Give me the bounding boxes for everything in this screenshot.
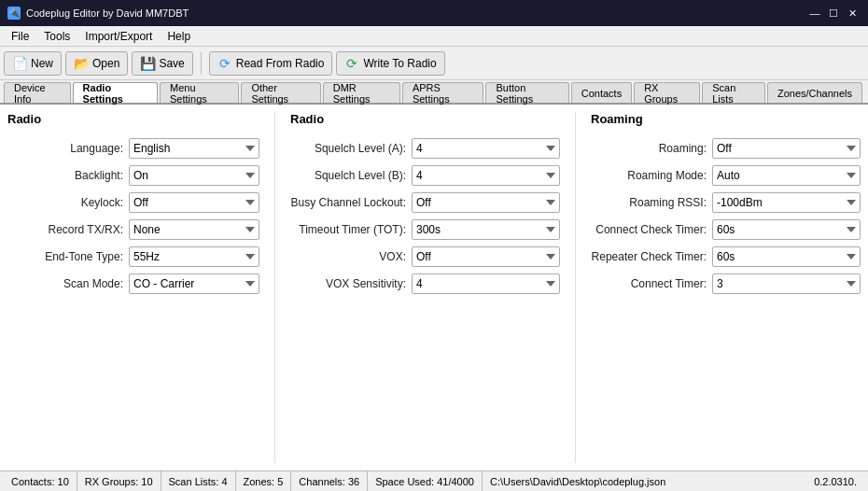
busy-lockout-select[interactable]: OffOn [412, 192, 560, 213]
record-label: Record TX/RX: [7, 223, 129, 236]
squelch-a-row: Squelch Level (A): 12345 [290, 137, 560, 160]
read-icon: ⟳ [217, 56, 232, 71]
squelch-a-select[interactable]: 12345 [412, 138, 560, 159]
roaming-rssi-label: Roaming RSSI: [591, 196, 712, 209]
panels-container: Radio Language: English Backlight: OnOff… [0, 105, 868, 470]
tab-radio-settings[interactable]: Radio Settings [73, 82, 158, 103]
scanmode-row: Scan Mode: CO - Carrier [7, 273, 259, 295]
save-button[interactable]: 💾 Save [132, 51, 192, 76]
tab-zones-channels[interactable]: Zones/Channels [767, 82, 862, 103]
tab-bar: Device Info Radio Settings Menu Settings… [0, 80, 868, 105]
roaming-mode-label: Roaming Mode: [591, 169, 712, 182]
repeater-check-select[interactable]: 30s60s120s [712, 246, 861, 267]
panel-roaming: Roaming Roaming: OffOn Roaming Mode: Aut… [591, 112, 861, 463]
language-label: Language: [7, 142, 129, 155]
roaming-rssi-select[interactable]: -100dBm-90dBm-80dBm [712, 192, 861, 213]
status-version: 0.2.0310. [806, 471, 864, 491]
tab-device-info[interactable]: Device Info [4, 82, 71, 103]
menu-bar: File Tools Import/Export Help [0, 26, 868, 47]
busy-lockout-row: Busy Channel Lockout: OffOn [290, 191, 560, 214]
tab-contacts[interactable]: Contacts [571, 82, 632, 103]
language-row: Language: English [7, 137, 259, 160]
status-scan-lists: Scan Lists: 4 [161, 471, 236, 491]
connect-check-label: Connect Check Timer: [591, 223, 712, 236]
new-button[interactable]: 📄 New [4, 51, 62, 76]
status-space-used: Space Used: 41/4000 [368, 471, 483, 491]
app-icon: 🔌 [7, 7, 21, 20]
new-icon: 📄 [12, 56, 27, 71]
open-button[interactable]: 📂 Open [65, 51, 128, 76]
tot-select[interactable]: Off15s30s60s120s300s [412, 219, 560, 240]
connect-check-select[interactable]: 30s60s120s [712, 219, 861, 240]
panel-radio-middle-title: Radio [290, 112, 560, 130]
tab-dmr-settings[interactable]: DMR Settings [323, 82, 400, 103]
connect-check-row: Connect Check Timer: 30s60s120s [591, 218, 861, 241]
roaming-select[interactable]: OffOn [712, 138, 861, 159]
window-controls: — ☐ ✕ [806, 5, 861, 21]
repeater-check-label: Repeater Check Timer: [591, 250, 712, 263]
language-select[interactable]: English [129, 138, 259, 159]
squelch-a-label: Squelch Level (A): [290, 142, 412, 155]
status-rx-groups: RX Groups: 10 [77, 471, 161, 491]
toolbar-separator [201, 52, 202, 75]
tab-aprs-settings[interactable]: APRS Settings [402, 82, 484, 103]
read-label: Read From Radio [236, 57, 325, 70]
endtone-select[interactable]: 55Hz [129, 246, 259, 267]
close-button[interactable]: ✕ [844, 5, 861, 21]
squelch-b-row: Squelch Level (B): 12345 [290, 164, 560, 187]
connect-timer-label: Connect Timer: [591, 277, 712, 290]
connect-timer-select[interactable]: 12345 [712, 274, 861, 294]
divider-2 [575, 112, 576, 463]
app-title: Codeplug Editor by David MM7DBT [26, 7, 189, 19]
menu-help[interactable]: Help [160, 28, 198, 45]
tab-menu-settings[interactable]: Menu Settings [160, 82, 239, 103]
vox-sens-select[interactable]: 12345 [412, 274, 560, 294]
status-contacts: Contacts: 10 [4, 471, 77, 491]
menu-tools[interactable]: Tools [36, 28, 77, 45]
menu-import-export[interactable]: Import/Export [77, 28, 160, 45]
maximize-button[interactable]: ☐ [825, 5, 842, 21]
save-label: Save [159, 57, 184, 70]
vox-sens-label: VOX Sensitivity: [290, 277, 412, 290]
vox-label: VOX: [290, 250, 412, 263]
tab-rx-groups[interactable]: RX Groups [634, 82, 700, 103]
squelch-b-label: Squelch Level (B): [290, 169, 412, 182]
write-label: Write To Radio [363, 57, 436, 70]
read-from-radio-button[interactable]: ⟳ Read From Radio [209, 51, 333, 76]
connect-timer-row: Connect Timer: 12345 [591, 273, 861, 295]
roaming-label: Roaming: [591, 142, 712, 155]
open-icon: 📂 [74, 56, 89, 71]
squelch-b-select[interactable]: 12345 [412, 165, 560, 186]
endtone-row: End-Tone Type: 55Hz [7, 246, 259, 268]
vox-sens-row: VOX Sensitivity: 12345 [290, 273, 560, 295]
tot-row: Timeout Timer (TOT): Off15s30s60s120s300… [290, 218, 560, 241]
status-path: C:\Users\David\Desktop\codeplug.json [483, 476, 806, 487]
keylock-select[interactable]: OffOn [129, 192, 259, 213]
panel-roaming-title: Roaming [591, 112, 861, 130]
minimize-button[interactable]: — [806, 5, 823, 21]
tab-button-settings[interactable]: Button Settings [485, 82, 568, 103]
tot-label: Timeout Timer (TOT): [290, 223, 412, 236]
endtone-label: End-Tone Type: [7, 250, 129, 263]
status-channels: Channels: 36 [291, 471, 368, 491]
roaming-mode-row: Roaming Mode: AutoManual [591, 164, 861, 187]
status-bar: Contacts: 10 RX Groups: 10 Scan Lists: 4… [0, 470, 868, 491]
backlight-row: Backlight: OnOff [7, 164, 259, 187]
vox-select[interactable]: OffOn [412, 246, 560, 267]
tab-other-settings[interactable]: Other Settings [241, 82, 320, 103]
menu-file[interactable]: File [4, 28, 36, 45]
save-icon: 💾 [140, 56, 155, 71]
panel-radio-left-title: Radio [7, 112, 259, 130]
roaming-mode-select[interactable]: AutoManual [712, 165, 861, 186]
backlight-select[interactable]: OnOff [129, 165, 259, 186]
keylock-label: Keylock: [7, 196, 129, 209]
panel-radio-left: Radio Language: English Backlight: OnOff… [7, 112, 259, 463]
vox-row: VOX: OffOn [290, 246, 560, 268]
scanmode-select[interactable]: CO - Carrier [129, 274, 259, 294]
tab-scan-lists[interactable]: Scan Lists [702, 82, 765, 103]
write-to-radio-button[interactable]: ⟳ Write To Radio [336, 51, 444, 76]
new-label: New [31, 57, 53, 70]
toolbar: 📄 New 📂 Open 💾 Save ⟳ Read From Radio ⟳ … [0, 47, 868, 80]
backlight-label: Backlight: [7, 169, 129, 182]
record-select[interactable]: None [129, 219, 259, 240]
